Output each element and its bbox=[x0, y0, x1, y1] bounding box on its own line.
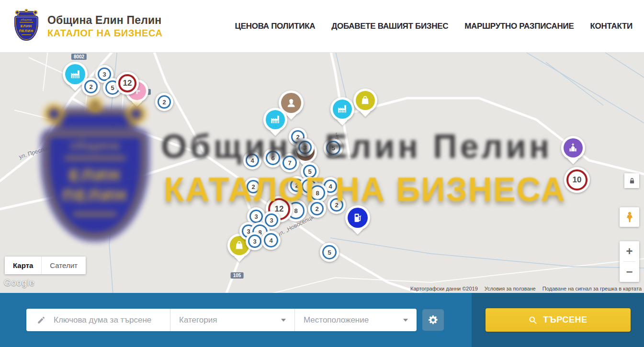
chevron-down-icon bbox=[403, 319, 408, 322]
chevron-down-icon bbox=[281, 319, 286, 322]
header: община ЕЛИН ПЕЛИН Община Елин Пелин КАТА… bbox=[0, 0, 644, 53]
search-bar-right: ТЪРСЕНЕ bbox=[472, 293, 644, 347]
map-attribution: Картографски данни ©2019 Условия за полз… bbox=[410, 286, 642, 291]
factory-pin[interactable] bbox=[263, 108, 287, 132]
municipality-emblem: община ЕЛИН ПЕЛИН bbox=[14, 11, 41, 42]
category-select[interactable]: Категория bbox=[170, 309, 294, 331]
main-nav: ЦЕНОВА ПОЛИТИКА ДОБАВЕТЕ ВАШИЯТ БИЗНЕС М… bbox=[235, 22, 633, 31]
lock-button[interactable] bbox=[624, 173, 639, 188]
search-button[interactable]: ТЪРСЕНЕ bbox=[486, 308, 631, 332]
pegman-icon bbox=[623, 211, 636, 224]
map-type-satellite-button[interactable]: Сателит bbox=[41, 257, 86, 274]
factory-icon bbox=[65, 64, 85, 84]
category-select-value: Категория bbox=[179, 315, 217, 325]
cluster-marker[interactable]: 2 bbox=[308, 200, 326, 218]
church-icon bbox=[564, 138, 583, 157]
cluster-marker[interactable]: 7 bbox=[280, 153, 299, 172]
location-select[interactable]: Местоположение bbox=[294, 309, 417, 331]
keyword-input[interactable] bbox=[53, 315, 163, 325]
church-pin[interactable] bbox=[561, 136, 585, 160]
cluster-marker[interactable]: 4 bbox=[243, 151, 261, 169]
cluster-marker[interactable]: 2 bbox=[244, 178, 262, 196]
cluster-marker[interactable]: 10 bbox=[564, 167, 590, 193]
pegman-button[interactable] bbox=[620, 207, 639, 227]
keyword-field bbox=[26, 309, 170, 331]
map-type-map-button[interactable]: Карта bbox=[5, 257, 41, 274]
cluster-marker[interactable]: 5 bbox=[324, 138, 343, 157]
factory-pin[interactable] bbox=[330, 97, 354, 121]
cluster-marker[interactable]: 2 bbox=[155, 93, 173, 111]
cluster-marker[interactable]: 4 bbox=[261, 231, 281, 250]
search-bar-left: Категория Местоположение bbox=[0, 293, 472, 347]
nav-pricing-policy[interactable]: ЦЕНОВА ПОЛИТИКА bbox=[235, 22, 316, 31]
location-select-value: Местоположение bbox=[304, 315, 369, 325]
cluster-marker[interactable]: 6 bbox=[263, 148, 282, 168]
report-map-error-link[interactable]: Подаване на сигнал за грешка в картата bbox=[542, 286, 642, 291]
factory-icon bbox=[333, 100, 352, 119]
emblem-name-line2: ПЕЛИН bbox=[19, 28, 34, 33]
shopping-bag-icon bbox=[356, 91, 375, 110]
nav-contacts[interactable]: КОНТАКТИ bbox=[590, 22, 633, 31]
advanced-search-button[interactable] bbox=[422, 309, 444, 331]
map-type-control: Карта Сателит bbox=[5, 257, 86, 274]
search-icon bbox=[528, 315, 537, 325]
cluster-marker[interactable]: 12 bbox=[116, 72, 139, 95]
cluster-marker[interactable]: 5 bbox=[320, 243, 339, 262]
search-panel: Категория Местоположение bbox=[26, 309, 417, 331]
site-title: Община Елин Пелин bbox=[47, 14, 162, 27]
header-logo[interactable]: община ЕЛИН ПЕЛИН Община Елин Пелин КАТА… bbox=[14, 11, 162, 42]
cluster-marker[interactable]: 3 bbox=[296, 138, 314, 157]
nav-route-schedule[interactable]: МАРШРУТНО РАЗПИСАНИЕ bbox=[464, 22, 574, 31]
zoom-in-button[interactable]: + bbox=[620, 241, 639, 261]
google-logo[interactable]: Google bbox=[4, 278, 34, 288]
zoom-out-button[interactable]: − bbox=[620, 262, 639, 282]
site-subtitle: КАТАЛОГ НА БИЗНЕСА bbox=[47, 28, 162, 39]
emblem-name-line1: ЕЛИН bbox=[21, 24, 32, 28]
nav-add-your-business[interactable]: ДОБАВЕТЕ ВАШИЯТ БИЗНЕС bbox=[331, 22, 448, 31]
cluster-marker[interactable]: 2 bbox=[328, 196, 346, 214]
fuel-pump-icon bbox=[348, 208, 368, 228]
zoom-control: + − bbox=[620, 241, 639, 282]
fuel-pump-pin[interactable] bbox=[345, 205, 370, 230]
lock-icon bbox=[628, 177, 636, 185]
factory-icon bbox=[266, 110, 285, 129]
attribution-copyright: Картографски данни ©2019 bbox=[410, 286, 478, 291]
search-bar: Категория Местоположение ТЪРСЕНЕ bbox=[0, 293, 644, 347]
terms-of-use-link[interactable]: Условия за ползване bbox=[485, 286, 536, 291]
cluster-marker[interactable]: 2 bbox=[82, 78, 100, 96]
map-canvas[interactable]: 8002105ул. Преславбул. „Новоселци“ци“ 32… bbox=[0, 53, 644, 293]
pencil-icon bbox=[37, 315, 46, 325]
emblem-top-text: община bbox=[21, 18, 32, 21]
search-button-label: ТЪРСЕНЕ bbox=[543, 315, 587, 325]
gear-icon bbox=[428, 314, 439, 325]
shopping-bag-pin[interactable] bbox=[353, 89, 377, 112]
